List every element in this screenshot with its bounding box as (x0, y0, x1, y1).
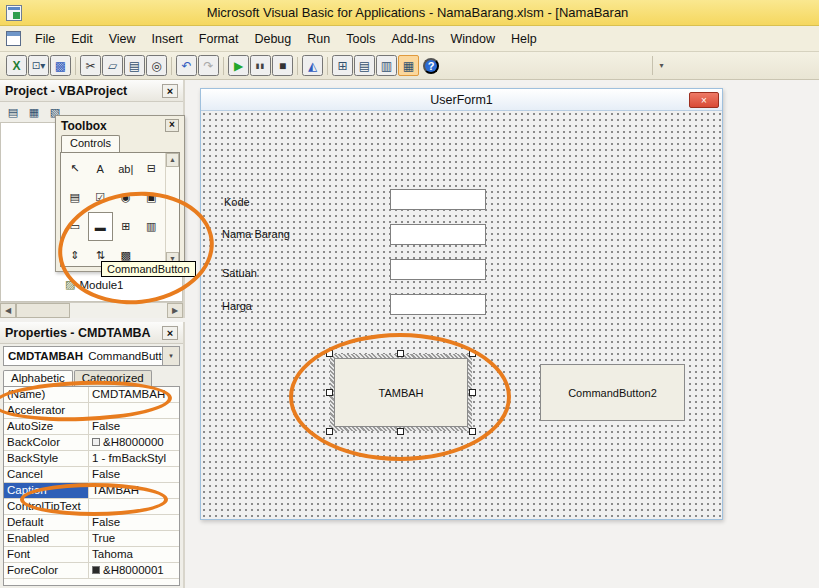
harga-label[interactable]: Harga (222, 300, 252, 312)
combo-dropdown-button[interactable]: ▾ (162, 347, 179, 365)
property-row-backstyle[interactable]: BackStyle1 - fmBackStyl (4, 451, 179, 467)
toolbox-window[interactable]: Toolbox × Controls ↖ A ab| ⊟ ▤ ☑ ◉ ▣ ▭ ▬… (55, 115, 185, 272)
checkbox-tool[interactable]: ☑ (88, 183, 114, 212)
cut-button[interactable]: ✂ (80, 55, 101, 76)
tab-controls[interactable]: Controls (61, 135, 120, 152)
scrollbar-thumb[interactable] (16, 303, 70, 318)
toolbox-button[interactable]: ▦ (398, 55, 419, 76)
menu-run[interactable]: Run (299, 29, 338, 49)
kode-label[interactable]: Kode (224, 196, 250, 208)
nama-barang-label[interactable]: Nama Barang (222, 228, 290, 240)
project-explorer-button[interactable]: ⊞ (332, 55, 353, 76)
selection-handle[interactable] (469, 428, 476, 435)
menu-tools[interactable]: Tools (338, 29, 383, 49)
undo-button[interactable]: ↶ (176, 55, 197, 76)
object-selector-combo[interactable]: CMDTAMBAH CommandButton ▾ (3, 346, 180, 366)
textbox-tool[interactable]: ab| (113, 154, 139, 183)
property-row-controltiptext[interactable]: ControlTipText (4, 499, 179, 515)
commandbutton2[interactable]: CommandButton2 (540, 364, 685, 421)
design-mode-icon: ◭ (308, 59, 317, 73)
listbox-tool[interactable]: ▤ (62, 183, 88, 212)
harga-textbox[interactable] (390, 294, 486, 315)
property-row-font[interactable]: FontTahoma (4, 547, 179, 563)
copy-button[interactable]: ▱ (102, 55, 123, 76)
property-row-enabled[interactable]: EnabledTrue (4, 531, 179, 547)
combobox-tool[interactable]: ⊟ (139, 154, 165, 183)
scrollbar-tool[interactable]: ⇕ (62, 241, 88, 270)
menu-addins[interactable]: Add-Ins (383, 29, 442, 49)
tambah-button-selection[interactable]: TAMBAH (330, 354, 472, 431)
tree-item-module1[interactable]: ▨ Module1 (65, 278, 124, 291)
tambah-button[interactable]: TAMBAH (334, 358, 468, 427)
toolbar-options-chevron[interactable]: ▾ (652, 56, 670, 75)
help-button[interactable]: ? (423, 58, 439, 74)
project-close-button[interactable]: × (162, 84, 178, 98)
reset-button[interactable]: ■ (272, 55, 293, 76)
view-object-icon[interactable]: ▦ (26, 104, 42, 120)
view-code-icon[interactable]: ▤ (5, 104, 21, 120)
property-row-name[interactable]: (Name)CMDTAMBAH (4, 387, 179, 403)
property-row-forecolor[interactable]: ForeColor&H8000001 (4, 563, 179, 579)
commandbutton-tool[interactable]: ▬ (88, 212, 114, 241)
menu-format[interactable]: Format (191, 29, 247, 49)
view-excel-button[interactable]: X (6, 55, 27, 76)
design-mode-button[interactable]: ◭ (302, 55, 323, 76)
multipage-tool[interactable]: ▥ (139, 212, 165, 241)
menu-help[interactable]: Help (503, 29, 545, 49)
property-row-backcolor[interactable]: BackColor&H8000000 (4, 435, 179, 451)
tab-categorized[interactable]: Categorized (74, 370, 152, 386)
userform-titlebar[interactable]: UserForm1 × (201, 89, 722, 111)
selection-handle[interactable] (326, 428, 333, 435)
toolbox-titlebar[interactable]: Toolbox × (56, 116, 184, 135)
scroll-left-button[interactable]: ◀ (0, 303, 16, 318)
tabstrip-tool[interactable]: ⊞ (113, 212, 139, 241)
menu-view[interactable]: View (101, 29, 144, 49)
satuan-textbox[interactable] (390, 259, 486, 280)
properties-window-button[interactable]: ▤ (354, 55, 375, 76)
break-button[interactable]: ▮▮ (250, 55, 271, 76)
toolbox-close-button[interactable]: × (165, 119, 179, 132)
run-button[interactable]: ▶ (228, 55, 249, 76)
save-button[interactable]: ▩ (50, 55, 71, 76)
redo-button[interactable]: ↷ (198, 55, 219, 76)
property-row-default[interactable]: DefaultFalse (4, 515, 179, 531)
insert-userform-button[interactable]: ⊡▾ (28, 55, 49, 76)
find-button[interactable]: ◎ (146, 55, 167, 76)
selection-handle[interactable] (326, 389, 333, 396)
kode-textbox[interactable] (390, 189, 486, 210)
select-tool[interactable]: ↖ (62, 154, 88, 183)
property-row-cancel[interactable]: CancelFalse (4, 467, 179, 483)
nama-barang-textbox[interactable] (390, 224, 486, 245)
selection-handle[interactable] (469, 389, 476, 396)
label-tool-icon: A (97, 163, 104, 175)
properties-close-button[interactable]: × (162, 326, 178, 340)
userform-canvas[interactable]: Kode Nama Barang Satuan Harga TAMBAH Com… (201, 111, 722, 519)
child-window-icon[interactable] (6, 31, 21, 46)
togglebutton-tool[interactable]: ▣ (139, 183, 165, 212)
scroll-up-button[interactable]: ▲ (166, 153, 179, 167)
optionbutton-tool[interactable]: ◉ (113, 183, 139, 212)
userform-close-button[interactable]: × (689, 92, 719, 108)
menu-insert[interactable]: Insert (144, 29, 191, 49)
object-browser-button[interactable]: ▥ (376, 55, 397, 76)
label-tool[interactable]: A (88, 154, 114, 183)
frame-tool[interactable]: ▭ (62, 212, 88, 241)
project-horizontal-scrollbar[interactable]: ◀ ▶ (0, 302, 183, 318)
property-row-caption[interactable]: CaptionTAMBAH (4, 483, 179, 499)
selection-handle[interactable] (326, 350, 333, 357)
tab-alphabetic[interactable]: Alphabetic (3, 370, 73, 386)
toolbox-scrollbar[interactable]: ▲ ▼ (165, 153, 179, 266)
selection-handle[interactable] (397, 428, 404, 435)
property-row-accelerator[interactable]: Accelerator (4, 403, 179, 419)
menu-edit[interactable]: Edit (63, 29, 101, 49)
satuan-label[interactable]: Satuan (222, 267, 257, 279)
menu-window[interactable]: Window (443, 29, 503, 49)
menu-debug[interactable]: Debug (246, 29, 299, 49)
selection-handle[interactable] (397, 350, 404, 357)
scroll-right-button[interactable]: ▶ (167, 303, 183, 318)
userform-window[interactable]: UserForm1 × Kode Nama Barang Satuan Harg… (200, 88, 723, 520)
menu-file[interactable]: File (27, 29, 63, 49)
property-row-autosize[interactable]: AutoSizeFalse (4, 419, 179, 435)
paste-button[interactable]: ▤ (124, 55, 145, 76)
selection-handle[interactable] (469, 350, 476, 357)
